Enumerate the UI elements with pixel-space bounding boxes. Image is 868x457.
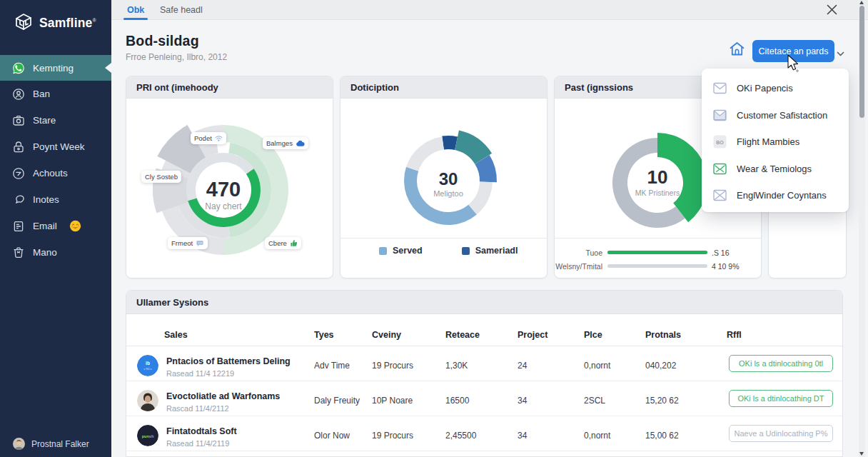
row-subtext: Rascad 11/4/2112	[166, 404, 229, 413]
row-action-button[interactable]: Naeve a Udinlocathing P%	[729, 425, 833, 442]
row-subtext: Rasead 11/4/2119	[166, 439, 229, 448]
user-avatar	[13, 438, 25, 450]
reports-dropdown-menu: OKi Papencis Customer Safistaction BO Fl…	[702, 69, 849, 212]
sidebar-item-ban[interactable]: Ban	[0, 81, 111, 107]
chip-cly-sosteb[interactable]: Cly Sosteb	[141, 171, 181, 183]
col-cveiny: Cveiny	[372, 330, 401, 340]
cell-type: Daly Freuity	[314, 396, 360, 406]
sidebar-user[interactable]: Prostnal Falker	[13, 438, 89, 450]
menu-item-oki-papencis[interactable]: OKi Papencis	[702, 75, 849, 102]
whatsapp-icon	[12, 61, 25, 74]
menu-item-label: Customer Safistaction	[737, 110, 827, 121]
chip-podet[interactable]: Podet	[191, 132, 226, 144]
col-tyes: Tyes	[314, 330, 334, 340]
logo: Samfline®	[14, 12, 96, 34]
menu-item-label: Wear & Temiologs	[737, 164, 812, 174]
mail-crossed-icon	[712, 188, 727, 203]
cell-plce: 0,nornt	[584, 431, 610, 441]
cell-protnals: 15,00 62	[645, 431, 679, 441]
table-row[interactable]: ibv NCs Pntacios of Battemers Deling Ras…	[126, 346, 842, 381]
tab-safe-headl[interactable]: Safe headl	[160, 0, 203, 20]
chip-balmges[interactable]: Balmges	[263, 137, 308, 149]
chip-cbere[interactable]: Cbere	[265, 237, 301, 249]
sidebar-item-label: Ban	[33, 89, 50, 99]
bo-box-icon: BO	[712, 134, 727, 149]
card-doticiption: Doticiption 30 Meligtoo Served	[340, 76, 547, 278]
tab-obk[interactable]: Obk	[127, 0, 144, 20]
donut-1-value: 470	[181, 179, 266, 200]
legend-label: Sameriadl	[475, 246, 518, 256]
sidebar-item-mano[interactable]: Mano	[0, 239, 111, 266]
donut-1-label: Nay chert	[181, 201, 266, 211]
user-name: Prostnal Falker	[31, 439, 89, 449]
chip-label: Cbere	[268, 239, 287, 247]
camera-icon	[12, 114, 25, 127]
sidebar-item-kemnting[interactable]: Kemnting	[0, 55, 111, 81]
menu-item-customer-safistaction[interactable]: Customer Safistaction	[702, 102, 849, 129]
progress-value: .S 16	[707, 248, 730, 257]
chip-label: Podet	[194, 134, 212, 142]
menu-item-flight-mambies[interactable]: BO Flight Mambies	[702, 129, 849, 156]
table-header-row: Sales Tyes Cveiny Reteace Project Plce P…	[126, 315, 842, 346]
scroll-up-arrow-icon[interactable]	[859, 1, 864, 4]
table-row[interactable]: Evoctoliatle ad Warfonams Rascad 11/4/21…	[126, 381, 842, 416]
sidebar-item-achouts[interactable]: Achouts	[0, 160, 111, 186]
registered-mark: ®	[93, 18, 96, 23]
svg-text:BO: BO	[716, 140, 724, 145]
sidebar-item-poynt-week[interactable]: Poynt Week	[0, 134, 111, 160]
donut-3-label: MK Pristiners	[615, 189, 700, 197]
cell-plce: 2SCL	[584, 396, 605, 406]
col-project: Project	[518, 330, 547, 340]
sidebar-item-label: Achouts	[33, 168, 68, 179]
table-row[interactable]: punsh Fintatodtals Soft Rasead 11/4/2119…	[126, 416, 842, 451]
row-subtext: Rasead 11/4 12219	[166, 369, 234, 378]
sidebar-item-email[interactable]: Email	[0, 213, 111, 239]
brand-name: Samfline®	[39, 16, 96, 31]
row-action-button[interactable]: OKi ls a dtinlocathing 0tl	[729, 355, 833, 372]
page-title: Bod-sildag	[126, 33, 199, 49]
app-root: Samfline® Kemnting	[0, 0, 868, 457]
cell-project: 24	[518, 361, 527, 371]
home-upload-icon[interactable]	[729, 41, 745, 60]
row-name: Evoctoliatle ad Warfonams	[166, 391, 280, 401]
col-plce: Plce	[584, 330, 602, 340]
menu-item-englwinder-coyntans[interactable]: EnglWinder Coyntans	[702, 182, 849, 209]
progress-label: Welsny/Tmital	[555, 262, 607, 271]
sidebar-item-inotes[interactable]: Inotes	[0, 186, 111, 213]
legend-label: Served	[393, 246, 423, 256]
cell-protnals: 040,202	[645, 361, 676, 371]
svg-text:punsh: punsh	[142, 434, 154, 438]
progress-fill	[607, 251, 707, 254]
sidebar-item-stare[interactable]: Stare	[0, 107, 111, 134]
scrollbar-thumb[interactable]	[859, 6, 864, 118]
cell-project: 34	[518, 431, 527, 441]
cell-cveiny: 19 Procurs	[372, 361, 413, 371]
mouse-cursor	[785, 54, 801, 76]
smiling-face-emoji	[69, 220, 81, 232]
scrollbar[interactable]	[859, 0, 865, 457]
chevron-down-icon[interactable]	[837, 47, 844, 60]
tab-bar: Obk Safe headl	[111, 0, 868, 20]
col-reteace: Reteace	[445, 330, 480, 340]
note-icon	[12, 220, 25, 233]
chat-bubble-icon	[12, 194, 25, 206]
chip-label: Frmeot	[171, 239, 193, 247]
progress-label: Tuoe	[555, 248, 607, 257]
row-action-button[interactable]: OKi ls a dtinlocathing DT	[729, 390, 833, 407]
sidebar-item-label: Inotes	[33, 194, 59, 205]
scroll-down-arrow-icon[interactable]	[859, 452, 864, 456]
close-icon[interactable]	[826, 4, 838, 16]
mail-icon	[712, 81, 727, 96]
sidebar-item-label: Kemnting	[33, 63, 74, 74]
legend-swatch-served	[379, 247, 387, 255]
col-protnals: Protnals	[645, 330, 681, 340]
trash-icon	[12, 246, 25, 259]
menu-item-wear-temiologs[interactable]: Wear & Temiologs	[702, 156, 849, 183]
chip-frmeot[interactable]: Frmeot	[168, 237, 208, 249]
donut-2-label: Meligtoo	[405, 189, 491, 198]
sidebar-item-label: Email	[33, 221, 57, 231]
cloud-icon	[296, 140, 305, 147]
progress-track	[607, 251, 707, 254]
progress-row-welsny: Welsny/Tmital 4 10 9%	[555, 260, 751, 272]
progress-value: 4 10 9%	[707, 262, 740, 271]
